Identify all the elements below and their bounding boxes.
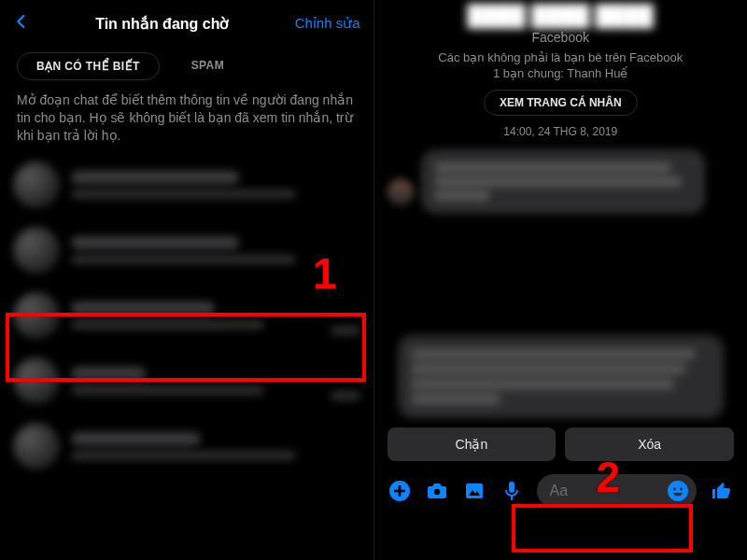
delete-button[interactable]: Xóa: [565, 427, 734, 461]
view-profile-button[interactable]: XEM TRANG CÁ NHÂN: [484, 90, 638, 116]
avatar: [13, 357, 60, 404]
platform-label: Facebook: [374, 30, 748, 45]
avatar: [13, 292, 60, 339]
list-item[interactable]: [0, 413, 374, 479]
list-item[interactable]: [0, 152, 374, 217]
not-friends-label: Các bạn không phải là bạn bè trên Facebo…: [374, 50, 748, 64]
avatar: [388, 179, 414, 205]
edit-button[interactable]: Chỉnh sửa: [295, 15, 360, 32]
incoming-message: [388, 335, 735, 418]
svg-rect-2: [394, 490, 405, 493]
tab-spam[interactable]: SPAM: [173, 52, 243, 80]
emoji-icon[interactable]: [667, 480, 689, 502]
instructions-text: Mở đoạn chat để biết thêm thông tin về n…: [0, 86, 374, 152]
conversation-header: ████ ████ ████ Facebook Các bạn không ph…: [374, 0, 748, 138]
svg-rect-4: [466, 483, 483, 498]
avatar: [13, 227, 60, 273]
header: Tin nhắn đang chờ Chỉnh sửa: [0, 0, 374, 43]
svg-point-9: [673, 488, 676, 491]
filter-tabs: BẠN CÓ THỂ BIẾT SPAM: [0, 43, 374, 86]
svg-point-8: [668, 481, 688, 501]
gallery-icon[interactable]: [462, 479, 486, 503]
composer: Aa: [374, 469, 748, 517]
like-icon[interactable]: [710, 479, 734, 503]
action-row: Chặn Xóa: [374, 418, 748, 469]
conversation-pane: ████ ████ ████ Facebook Các bạn không ph…: [374, 0, 748, 560]
annotation-marker-2: 2: [597, 452, 621, 502]
svg-rect-7: [511, 497, 513, 500]
block-button[interactable]: Chặn: [388, 427, 557, 461]
message-timestamp: 14:00, 24 THG 8, 2019: [374, 125, 748, 138]
list-item[interactable]: [0, 348, 374, 413]
back-icon[interactable]: [13, 9, 30, 37]
mic-icon[interactable]: [500, 479, 524, 503]
message-bubble: [421, 149, 706, 214]
tab-may-know[interactable]: BẠN CÓ THỂ BIẾT: [17, 52, 160, 80]
message-bubble: [398, 335, 724, 418]
avatar: [13, 161, 60, 208]
page-title: Tin nhắn đang chờ: [95, 15, 229, 33]
mutual-friends-label: 1 bạn chung: Thanh Huế: [374, 66, 748, 80]
svg-point-3: [433, 489, 439, 495]
message-area: [374, 138, 748, 418]
avatar: [13, 423, 60, 469]
incoming-message: [388, 149, 735, 214]
plus-icon[interactable]: [388, 479, 412, 503]
annotation-marker-1: 1: [313, 248, 337, 299]
svg-point-10: [680, 488, 683, 491]
svg-rect-6: [509, 482, 514, 493]
request-list: [0, 152, 374, 479]
contact-name-blurred: ████ ████ ████: [458, 4, 663, 28]
message-requests-pane: Tin nhắn đang chờ Chỉnh sửa BẠN CÓ THỂ B…: [0, 0, 374, 560]
camera-icon[interactable]: [425, 479, 449, 503]
